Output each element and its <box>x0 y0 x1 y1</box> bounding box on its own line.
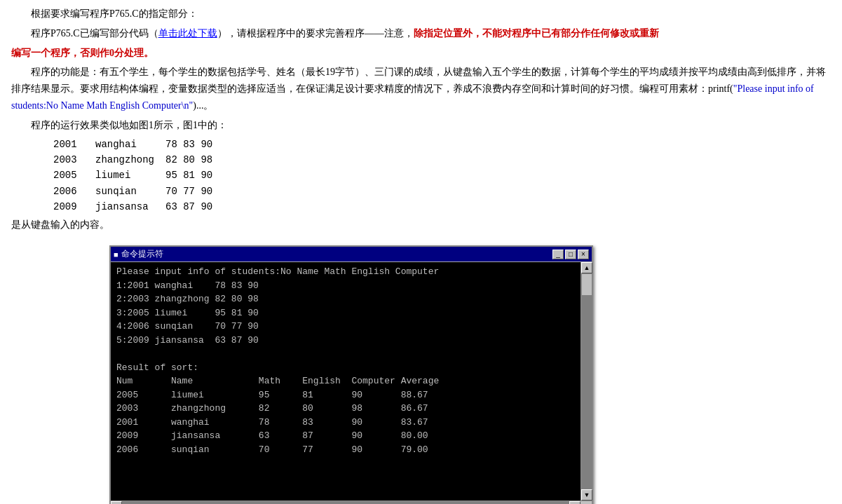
intro-line-4: 程序的运行效果类似地如图1所示，图1中的： <box>11 117 831 134</box>
input-data-table: 2001 wanghai 78 83 90 2003 zhangzhong 82… <box>53 137 831 215</box>
cmd-result-row-5: 2006 sunqian 70 77 90 79.00 <box>116 443 566 457</box>
cmd-icon: ■ <box>114 250 118 259</box>
intro-line-2b: 编写一个程序，否则作0分处理。 <box>11 45 831 62</box>
vscroll-up-button[interactable]: ▲ <box>581 262 592 273</box>
cmd-titlebar-buttons: _ □ × <box>552 250 589 259</box>
cmd-line-3: 3:2005 liumei 95 81 90 <box>116 306 566 320</box>
cmd-title-left: ■ 命令提示符 <box>114 248 163 260</box>
cmd-line-col-header: Num Name Math English Computer Average <box>116 374 566 388</box>
cmd-line-0: Please input info of students:No Name Ma… <box>116 265 566 279</box>
cmd-result-row-2: 2003 zhangzhong 82 80 98 86.67 <box>116 402 566 416</box>
printf-example: "Please input info of students:No Name M… <box>11 83 814 111</box>
hscroll-track <box>122 501 569 504</box>
scrollbar-corner <box>580 501 592 504</box>
close-button[interactable]: × <box>578 250 589 259</box>
intro-line-1: 根据要求编写程序P765.C的指定部分： <box>11 6 831 22</box>
data-row-4: 2006 sunqian 70 77 90 <box>53 184 831 199</box>
cmd-line-4: 4:2006 sunqian 70 77 90 <box>116 320 566 334</box>
intro-line-2: 程序P765.C已编写部分代码（单击此处下载），请根据程序中的要求完善程序——注… <box>11 25 831 42</box>
download-link[interactable]: 单击此处下载 <box>158 28 217 39</box>
warning-text-cont: 编写一个程序，否则作0分处理。 <box>11 48 154 58</box>
hscroll-left-button[interactable]: ◄ <box>111 501 122 504</box>
cmd-wrapper: ■ 命令提示符 _ □ × Please input info of stude… <box>53 238 831 504</box>
intro-line-3: 程序的功能是：有五个学生，每个学生的数据包括学号、姓名（最长19字节）、三门课的… <box>11 64 831 114</box>
cmd-content-area: Please input info of students:No Name Ma… <box>111 262 592 500</box>
page-wrapper: 根据要求编写程序P765.C的指定部分： 程序P765.C已编写部分代码（单击此… <box>0 0 842 504</box>
maximize-button[interactable]: □ <box>565 250 576 259</box>
data-row-2: 2003 zhangzhong 82 80 98 <box>53 152 831 168</box>
minimize-button[interactable]: _ <box>552 250 564 259</box>
vscroll-down-button[interactable]: ▼ <box>581 489 592 500</box>
keyboard-note: 是从键盘输入的内容。 <box>11 217 831 233</box>
cmd-line-result-header: Result of sort: <box>116 361 566 375</box>
cmd-line-1: 1:2001 wanghai 78 83 90 <box>116 279 566 293</box>
data-row-1: 2001 wanghai 78 83 90 <box>53 137 831 152</box>
data-row-3: 2005 liumei 95 81 90 <box>53 168 831 183</box>
cmd-result-row-1: 2005 liumei 95 81 90 88.67 <box>116 388 566 402</box>
cmd-line-5: 5:2009 jiansansa 63 87 90 <box>116 334 566 348</box>
cmd-hscrollbar: ◄ ► <box>111 500 592 504</box>
hscroll-right-button[interactable]: ► <box>569 501 580 504</box>
vscroll-track <box>581 273 592 489</box>
cmd-result-row-4: 2009 jiansansa 63 87 90 80.00 <box>116 429 566 443</box>
cmd-line-blank <box>116 347 566 361</box>
cmd-content: Please input info of students:No Name Ma… <box>111 262 580 500</box>
data-row-5: 2009 jiansansa 63 87 90 <box>53 199 831 214</box>
vscroll-thumb[interactable] <box>582 274 592 295</box>
cmd-window: ■ 命令提示符 _ □ × Please input info of stude… <box>109 245 593 504</box>
cmd-title-text: 命令提示符 <box>121 248 163 260</box>
cmd-titlebar: ■ 命令提示符 _ □ × <box>111 247 592 262</box>
cmd-line-2: 2:2003 zhangzhong 82 80 98 <box>116 292 566 306</box>
warning-text: 除指定位置外，不能对程序中已有部分作任何修改或重新 <box>414 28 659 39</box>
text-block: 根据要求编写程序P765.C的指定部分： 程序P765.C已编写部分代码（单击此… <box>11 6 831 134</box>
cmd-vscrollbar: ▲ ▼ <box>580 262 592 500</box>
cmd-result-row-3: 2001 wanghai 78 83 90 83.67 <box>116 416 566 430</box>
